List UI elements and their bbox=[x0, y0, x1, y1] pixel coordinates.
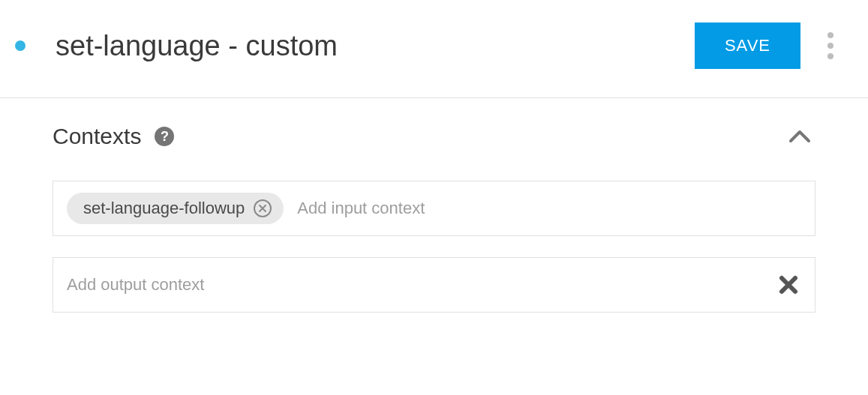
more-menu-icon[interactable] bbox=[823, 28, 838, 64]
close-icon[interactable] bbox=[776, 272, 801, 298]
header-bar: set-language - custom SAVE bbox=[0, 0, 868, 98]
output-context-field[interactable] bbox=[67, 275, 776, 295]
contexts-header[interactable]: Contexts ? bbox=[53, 124, 815, 149]
help-icon[interactable]: ? bbox=[155, 127, 174, 146]
save-button[interactable]: SAVE bbox=[695, 22, 800, 69]
input-context-box[interactable]: set-language-followup bbox=[53, 181, 815, 236]
chip-remove-icon[interactable] bbox=[254, 199, 272, 217]
output-context-box[interactable] bbox=[53, 257, 815, 313]
contexts-title: Contexts bbox=[53, 124, 141, 149]
chevron-up-icon[interactable] bbox=[784, 124, 815, 148]
intent-title[interactable]: set-language - custom bbox=[56, 30, 695, 62]
contexts-section: Contexts ? set-language-followup bbox=[0, 98, 868, 349]
status-dot bbox=[15, 40, 26, 51]
input-context-field[interactable] bbox=[297, 199, 801, 218]
context-chip-label: set-language-followup bbox=[83, 199, 245, 218]
context-chip: set-language-followup bbox=[67, 193, 284, 224]
